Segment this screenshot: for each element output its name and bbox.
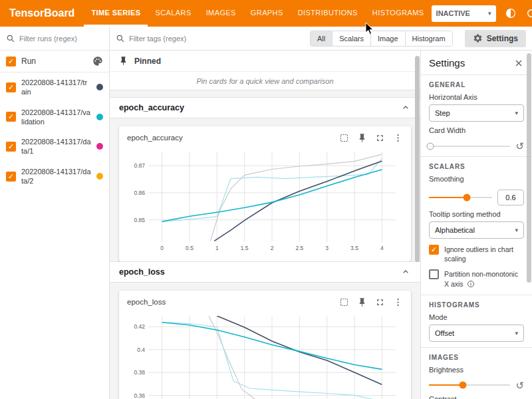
main-toolbar: All Scalars Image Histogram Settings — [110, 27, 532, 51]
pin-icon — [118, 56, 128, 66]
tag-filter-input[interactable] — [129, 35, 305, 43]
tooltip-sorting-label: Tooltip sorting method — [429, 210, 524, 218]
partition-x-row[interactable]: Partition non-monotonic X axis — [429, 269, 524, 288]
tab-distributions[interactable]: DISTRIBUTIONS — [291, 0, 365, 27]
chevron-down-icon: ▾ — [488, 10, 491, 17]
tab-graphs[interactable]: GRAPHS — [243, 0, 291, 27]
pinned-title: Pinned — [134, 57, 161, 66]
filter-image-button[interactable]: Image — [371, 31, 406, 46]
partition-x-label: Partition non-monotonic X axis — [444, 269, 524, 288]
section-epoch-loss[interactable]: epoch_loss — [110, 261, 420, 283]
palette-icon[interactable] — [92, 56, 103, 66]
runs-filter-input[interactable] — [19, 35, 103, 43]
pin-icon[interactable] — [357, 297, 367, 307]
runs-sidebar: ✓ Run ✓ 20220808-141317/train ✓ 20220808… — [0, 27, 110, 399]
more-options-icon[interactable] — [393, 133, 403, 143]
main-scrollbar[interactable] — [415, 56, 420, 262]
tab-time-series[interactable]: TIME SERIES — [84, 0, 148, 27]
check-icon: ✓ — [8, 57, 14, 66]
section-title: epoch_loss — [119, 267, 165, 277]
reload-status-select[interactable]: INACTIVE ▾ — [432, 5, 496, 22]
reset-icon[interactable]: ↺ — [515, 141, 524, 151]
run-color-dot — [96, 143, 103, 150]
svg-text:0.86: 0.86 — [134, 190, 145, 196]
run-row-data-2[interactable]: ✓ 20220808-141317/data/2 — [0, 162, 109, 192]
epoch-loss-chart[interactable]: 00.511.522.533.540.360.380.40.42 — [124, 311, 404, 399]
runs-header-row: ✓ Run — [0, 51, 109, 72]
histograms-heading: HISTOGRAMS — [429, 301, 524, 309]
ignore-outliers-checkbox[interactable]: ✓ — [429, 245, 439, 255]
fit-to-data-icon[interactable] — [339, 297, 349, 307]
slider-handle[interactable] — [464, 194, 471, 201]
brightness-slider[interactable] — [429, 384, 510, 386]
settings-button-label: Settings — [487, 34, 518, 43]
chevron-up-icon[interactable] — [400, 102, 411, 113]
partition-x-checkbox[interactable] — [429, 269, 439, 279]
horizontal-axis-label: Horizontal Axis — [429, 93, 524, 101]
run-label: 20220808-141317/data/1 — [21, 137, 91, 156]
pin-icon[interactable] — [357, 133, 367, 143]
main-nav: TIME SERIES SCALARS IMAGES GRAPHS DISTRI… — [84, 0, 431, 27]
slider-handle[interactable] — [460, 382, 467, 389]
tooltip-sorting-select[interactable]: Alphabetical ▾ — [429, 221, 524, 239]
svg-text:2.5: 2.5 — [295, 245, 303, 251]
brightness-slider-row: ↺ — [429, 380, 524, 390]
check-icon: ✓ — [8, 112, 14, 121]
check-icon: ✓ — [8, 83, 14, 92]
run-label: 20220808-141317/data/2 — [21, 167, 91, 186]
card-width-slider[interactable] — [429, 146, 510, 147]
card-width-label: Card Width — [429, 126, 524, 134]
divider — [421, 74, 532, 75]
run-checkbox[interactable]: ✓ — [6, 82, 16, 92]
ignore-outliers-row[interactable]: ✓ Ignore outliers in chart scaling — [429, 245, 524, 263]
app-body: ✓ Run ✓ 20220808-141317/train ✓ 20220808… — [0, 27, 532, 399]
refresh-icon[interactable] — [525, 7, 532, 19]
card-title: epoch_accuracy — [127, 134, 183, 142]
filter-scalars-button[interactable]: Scalars — [332, 31, 371, 46]
topbar-controls: INACTIVE ▾ ? — [432, 5, 532, 22]
fit-to-data-icon[interactable] — [339, 133, 349, 143]
slider-handle[interactable] — [427, 142, 434, 150]
run-color-dot — [96, 84, 103, 90]
run-checkbox[interactable]: ✓ — [6, 172, 16, 182]
run-checkbox[interactable]: ✓ — [6, 142, 16, 152]
check-icon: ✓ — [8, 172, 14, 181]
run-row-validation[interactable]: ✓ 20220808-141317/validation — [0, 102, 109, 132]
close-icon[interactable] — [513, 58, 524, 68]
top-bar: TensorBoard TIME SERIES SCALARS IMAGES G… — [0, 0, 532, 27]
smoothing-input[interactable] — [497, 190, 524, 205]
filter-all-button[interactable]: All — [311, 31, 332, 46]
tab-histograms[interactable]: HISTOGRAMS — [365, 0, 432, 27]
select-all-runs-checkbox[interactable]: ✓ — [6, 57, 16, 66]
epoch-accuracy-chart[interactable]: 00.511.522.533.540.850.860.87 — [124, 146, 404, 254]
tab-images[interactable]: IMAGES — [199, 0, 243, 27]
chevron-down-icon: ▾ — [515, 227, 518, 233]
fullscreen-icon[interactable] — [375, 297, 385, 307]
contrast-label: Contrast — [429, 395, 524, 399]
check-icon: ✓ — [431, 245, 437, 255]
svg-text:0.85: 0.85 — [134, 217, 145, 223]
histogram-mode-select[interactable]: Offset ▾ — [429, 325, 524, 342]
settings-panel-scrollbar[interactable] — [527, 53, 531, 283]
run-row-train[interactable]: ✓ 20220808-141317/train — [0, 72, 109, 102]
reset-icon[interactable]: ↺ — [515, 380, 524, 390]
run-checkbox[interactable]: ✓ — [6, 112, 16, 122]
chevron-up-icon[interactable] — [400, 267, 411, 277]
svg-text:1: 1 — [215, 245, 219, 251]
filter-histogram-button[interactable]: Histogram — [406, 31, 452, 46]
runs-filter — [0, 27, 109, 51]
smoothing-slider-row — [429, 190, 524, 205]
settings-button[interactable]: Settings — [465, 30, 526, 47]
tab-scalars[interactable]: SCALARS — [148, 0, 198, 27]
scalar-card-epoch-loss: epoch_loss — [119, 291, 411, 399]
horizontal-axis-select[interactable]: Step ▾ — [429, 104, 524, 122]
run-row-data-1[interactable]: ✓ 20220808-141317/data/1 — [0, 132, 109, 162]
smoothing-slider[interactable] — [429, 197, 492, 198]
tag-filter — [116, 34, 305, 43]
section-epoch-accuracy[interactable]: epoch_accuracy — [110, 97, 420, 118]
card-actions — [339, 133, 403, 143]
theme-toggle-icon[interactable] — [505, 7, 517, 19]
fullscreen-icon[interactable] — [375, 133, 385, 143]
spacer — [110, 90, 420, 97]
more-options-icon[interactable] — [393, 297, 403, 307]
